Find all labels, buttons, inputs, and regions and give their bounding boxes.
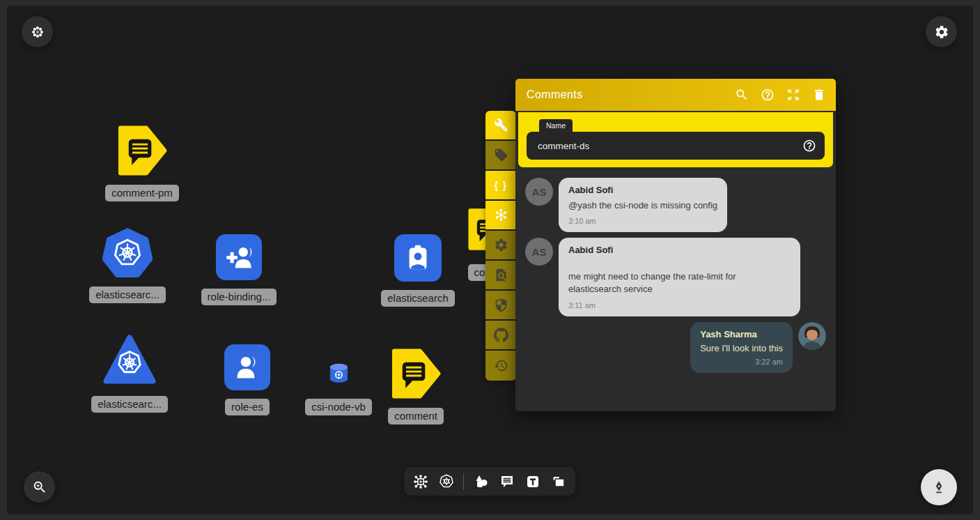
node-action-toolbar: { } — [485, 111, 516, 381]
node-role-es[interactable]: role-es — [202, 344, 293, 415]
search-icon[interactable] — [735, 88, 749, 102]
configure-button[interactable] — [485, 111, 516, 141]
circuit-icon[interactable] — [412, 473, 430, 491]
find-in-page-icon — [494, 268, 508, 282]
name-field[interactable] — [527, 132, 825, 160]
node-csi-node-vb[interactable]: csi-node-vb — [297, 360, 380, 415]
help-icon[interactable] — [802, 139, 816, 153]
node-comment[interactable]: comment — [371, 348, 461, 425]
kubernetes-heptagon-icon — [102, 228, 153, 278]
design-canvas[interactable]: comment-pm elasticsearc... role-binding.… — [7, 6, 973, 514]
message-text: me might need to change the rate-limit f… — [568, 270, 791, 296]
avatar: AS — [525, 178, 553, 206]
message-time: 3:10 am — [568, 217, 717, 225]
message-time: 3:22 am — [700, 358, 783, 366]
kubernetes-icon[interactable] — [437, 473, 456, 491]
node-elasticsearch-crd[interactable]: elasticsearc... — [82, 228, 173, 303]
node-role-binding[interactable]: role-binding... — [194, 234, 284, 305]
name-field-label: Name — [539, 119, 573, 132]
zoom-button[interactable] — [24, 471, 55, 503]
node-label: comment — [388, 408, 444, 425]
security-button[interactable] — [485, 291, 516, 321]
comment-shape-icon — [390, 348, 442, 399]
comments-panel: Comments Name AS Aabid Sofi @yash the cs… — [515, 79, 836, 411]
role-icon — [224, 344, 270, 390]
message-text: Sure I'll look into this — [700, 342, 783, 355]
name-input[interactable] — [527, 141, 825, 151]
kubernetes-triangle-icon — [102, 333, 157, 388]
hub-button[interactable] — [485, 201, 516, 231]
delete-icon[interactable] — [812, 88, 826, 102]
note-tool-icon[interactable] — [550, 473, 568, 491]
help-icon[interactable] — [761, 88, 775, 102]
node-label: comment-pm — [105, 185, 179, 201]
name-section: Name — [518, 112, 833, 167]
role-binding-icon — [216, 234, 262, 280]
zoom-in-icon — [32, 480, 47, 495]
node-comment-pm[interactable]: comment-pm — [97, 125, 187, 201]
history-icon — [494, 358, 508, 373]
service-account-badge-icon — [394, 234, 442, 282]
settings-button[interactable] — [485, 231, 516, 261]
panel-title: Comments — [527, 89, 723, 101]
gear-icon — [934, 24, 949, 40]
pen-icon — [931, 480, 947, 495]
tag-button[interactable] — [485, 141, 516, 171]
inspect-button[interactable] — [485, 261, 516, 291]
braces-icon: { } — [495, 179, 508, 191]
flower-icon — [30, 24, 45, 40]
tag-icon — [494, 148, 508, 162]
chat-message-list[interactable]: AS Aabid Sofi @yash the csi-node is miss… — [515, 167, 836, 374]
avatar: AS — [525, 238, 553, 266]
shield-icon — [494, 298, 508, 312]
github-button[interactable] — [485, 321, 516, 351]
node-label: elasticsearc... — [91, 396, 168, 413]
wrench-icon — [494, 118, 508, 132]
message-author: Yash Sharma — [700, 329, 783, 339]
gear-icon — [494, 238, 508, 252]
node-label: role-es — [225, 399, 270, 415]
storage-cylinder-icon — [326, 360, 352, 386]
message-time: 3:11 am — [568, 301, 791, 309]
node-label: elasticsearch — [381, 290, 455, 307]
message-text: @yash the csi-node is missing config — [568, 199, 717, 212]
settings-button[interactable] — [926, 16, 957, 47]
message-author: Aabid Sofi — [568, 245, 791, 255]
chat-message: Yash Sharma Sure I'll look into this 3:2… — [525, 322, 826, 373]
chat-message: AS Aabid Sofi @yash the csi-node is miss… — [525, 178, 826, 232]
toolbar-divider — [463, 473, 464, 490]
node-elasticsearch-triangle[interactable]: elasticsearc... — [84, 333, 175, 413]
avatar-photo — [798, 322, 826, 350]
pen-tool-button[interactable] — [921, 469, 957, 505]
text-tool-icon[interactable] — [524, 473, 542, 491]
node-elasticsearch-serviceaccount[interactable]: elasticsearch — [373, 234, 463, 307]
json-config-button[interactable]: { } — [485, 171, 516, 201]
hub-icon — [494, 208, 508, 222]
history-button[interactable] — [485, 351, 516, 381]
comment-tool-icon[interactable] — [498, 473, 516, 491]
app-menu-button[interactable] — [22, 16, 53, 47]
shape-palette-toolbar — [404, 467, 575, 496]
chat-message: AS Aabid Sofi me might need to change th… — [525, 238, 826, 316]
shapes-icon[interactable] — [472, 473, 490, 491]
node-label: csi-node-vb — [305, 399, 372, 415]
comments-panel-header[interactable]: Comments — [515, 79, 836, 111]
expand-icon[interactable] — [786, 88, 800, 102]
github-icon — [494, 328, 508, 342]
node-label: role-binding... — [201, 289, 277, 305]
node-label: elasticsearc... — [89, 286, 166, 303]
message-author: Aabid Sofi — [568, 185, 717, 195]
comment-shape-icon — [116, 125, 168, 176]
